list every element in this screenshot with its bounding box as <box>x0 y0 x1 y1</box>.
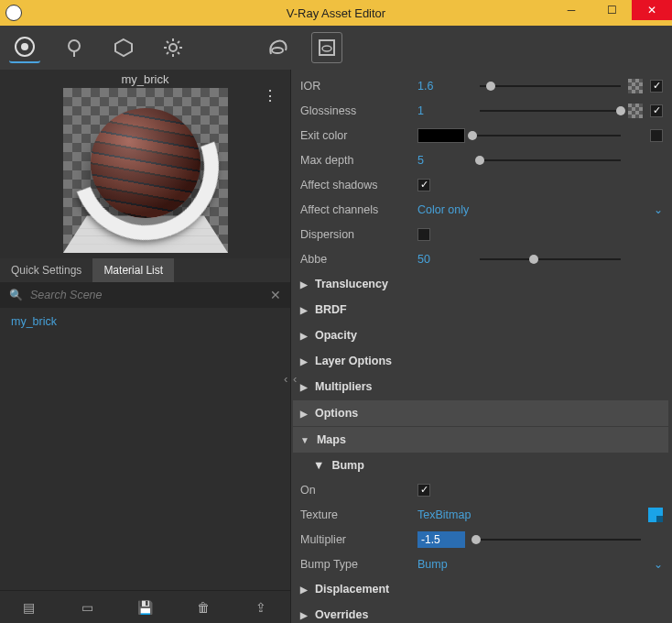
upload-icon[interactable]: ⇪ <box>252 600 270 615</box>
maxdepth-slider[interactable] <box>480 154 621 167</box>
section-multipliers[interactable]: Multipliers <box>315 380 373 393</box>
svg-line-11 <box>178 52 179 54</box>
affectshadows-checkbox[interactable]: ✓ <box>417 179 430 191</box>
svg-rect-15 <box>320 40 334 55</box>
bump-texture-icon[interactable] <box>648 508 663 522</box>
clear-search-icon[interactable]: ✕ <box>270 288 281 302</box>
material-preview[interactable] <box>63 88 228 253</box>
caret-down-icon[interactable]: ▼ <box>300 435 309 445</box>
svg-point-1 <box>21 43 28 50</box>
abbe-slider[interactable] <box>480 253 621 266</box>
chevron-down-icon[interactable]: ⌄ <box>654 558 663 571</box>
titlebar: V-Ray Asset Editor ─ ☐ ✕ <box>0 0 672 26</box>
bump-multiplier-slider[interactable] <box>472 533 641 546</box>
bump-multiplier-input[interactable] <box>417 531 465 548</box>
svg-point-2 <box>69 40 80 51</box>
lights-tab-icon[interactable] <box>59 32 90 63</box>
abbe-label: Abbe <box>300 253 410 266</box>
caret-icon[interactable]: ▶ <box>300 331 308 341</box>
collapse-right-icon[interactable]: ‹ <box>293 372 297 386</box>
framebuffer-icon[interactable] <box>311 32 342 63</box>
close-button[interactable]: ✕ <box>632 0 672 20</box>
dispersion-label: Dispersion <box>300 228 410 241</box>
bump-on-checkbox[interactable]: ✓ <box>417 484 430 497</box>
svg-line-12 <box>167 52 168 54</box>
maximize-button[interactable]: ☐ <box>591 0 632 20</box>
render-icon[interactable] <box>262 32 293 63</box>
caret-icon[interactable]: ▶ <box>300 356 308 366</box>
caret-icon[interactable]: ▶ <box>300 305 308 315</box>
material-name: my_brick <box>0 70 290 88</box>
material-list: my_brick <box>0 308 290 590</box>
preview-menu-icon[interactable]: ⋮ <box>263 93 277 99</box>
caret-icon[interactable]: ▶ <box>300 610 308 620</box>
bump-on-label: On <box>300 484 410 497</box>
affectchannels-label: Affect channels <box>300 203 410 216</box>
affectchannels-dropdown[interactable]: Color only <box>417 203 646 216</box>
caret-down-icon[interactable]: ▼ <box>313 459 324 472</box>
geometry-tab-icon[interactable] <box>108 32 139 63</box>
delete-icon[interactable]: 🗑 <box>194 600 212 615</box>
collapse-left-icon[interactable]: ‹ <box>284 372 287 386</box>
ior-value[interactable]: 1.6 <box>417 80 472 93</box>
materials-tab-icon[interactable] <box>9 32 40 63</box>
maxdepth-label: Max depth <box>300 154 410 167</box>
glossiness-label: Glossiness <box>300 104 410 117</box>
caret-icon[interactable]: ▶ <box>300 279 308 290</box>
section-translucency[interactable]: Translucency <box>315 278 388 290</box>
main-toolbar <box>0 26 672 70</box>
section-overrides[interactable]: Overrides <box>315 608 368 621</box>
maxdepth-value[interactable]: 5 <box>417 154 472 167</box>
caret-icon[interactable]: ▶ <box>300 409 308 419</box>
search-input[interactable] <box>30 289 263 301</box>
dispersion-checkbox[interactable] <box>417 228 430 241</box>
glossiness-value[interactable]: 1 <box>417 104 472 117</box>
search-icon: 🔍 <box>9 289 23 301</box>
exitcolor-label: Exit color <box>300 129 410 142</box>
bump-texture-value[interactable]: TexBitmap <box>417 508 641 521</box>
bump-type-label: Bump Type <box>300 558 410 571</box>
section-bump[interactable]: Bump <box>331 459 363 472</box>
svg-point-16 <box>322 46 331 51</box>
ior-label: IOR <box>300 80 410 93</box>
bump-multiplier-label: Multiplier <box>300 533 410 546</box>
open-folder-icon[interactable]: ▭ <box>78 600 96 615</box>
exitcolor-checkbox[interactable] <box>650 129 663 142</box>
caret-icon[interactable]: ▶ <box>300 585 308 595</box>
bump-texture-label: Texture <box>300 508 410 521</box>
section-brdf[interactable]: BRDF <box>315 303 347 316</box>
section-options[interactable]: Options <box>315 407 358 420</box>
abbe-value[interactable]: 50 <box>417 253 472 266</box>
minimize-button[interactable]: ─ <box>551 0 591 20</box>
chevron-down-icon[interactable]: ⌄ <box>654 203 663 216</box>
svg-point-14 <box>272 48 283 53</box>
ior-checkbox[interactable]: ✓ <box>650 80 663 93</box>
svg-point-5 <box>169 44 177 51</box>
svg-line-10 <box>167 41 168 43</box>
left-panel: my_brick ⋮ Quick Settings Material List … <box>0 70 291 623</box>
new-file-icon[interactable]: ▤ <box>20 600 38 615</box>
tab-material-list[interactable]: Material List <box>92 258 174 282</box>
ior-slider[interactable] <box>480 80 621 93</box>
affectshadows-label: Affect shadows <box>300 179 410 191</box>
svg-line-13 <box>178 41 179 43</box>
settings-tab-icon[interactable] <box>157 32 189 63</box>
section-displacement[interactable]: Displacement <box>315 583 389 596</box>
glossiness-texture-icon[interactable] <box>628 104 643 118</box>
svg-marker-4 <box>115 39 132 56</box>
bump-type-dropdown[interactable]: Bump <box>417 558 646 571</box>
properties-panel: IOR 1.6 ✓ Glossiness 1 ✓ Exit color <box>291 70 672 623</box>
tab-quick-settings[interactable]: Quick Settings <box>0 258 92 282</box>
section-maps[interactable]: Maps <box>317 433 346 446</box>
glossiness-checkbox[interactable]: ✓ <box>650 104 663 117</box>
glossiness-slider[interactable] <box>480 104 621 117</box>
section-layeroptions[interactable]: Layer Options <box>315 355 392 367</box>
section-opacity[interactable]: Opacity <box>315 329 357 342</box>
list-item[interactable]: my_brick <box>0 308 290 335</box>
exitcolor-slider[interactable] <box>472 129 621 142</box>
ior-texture-icon[interactable] <box>628 79 643 93</box>
exitcolor-swatch[interactable] <box>417 128 465 143</box>
save-icon[interactable]: 💾 <box>135 600 154 615</box>
caret-icon[interactable]: ▶ <box>300 382 308 392</box>
